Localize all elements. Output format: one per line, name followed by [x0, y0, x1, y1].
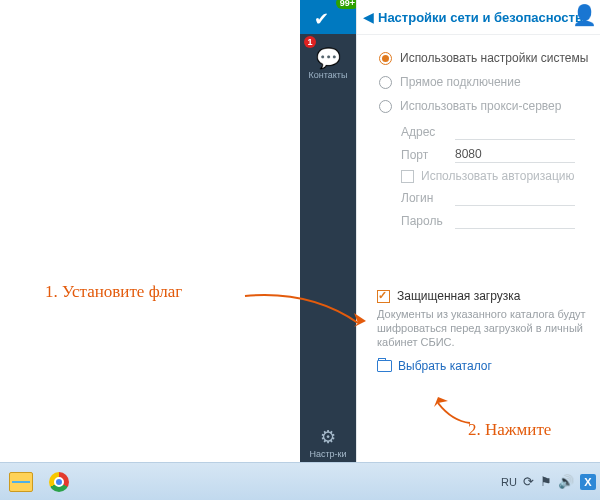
app-sidebar: ✔ 99+ 1 💬 Контакты ⚙ Настр-ки [300, 0, 356, 463]
sidebar-item-contacts[interactable]: 💬 Контакты [300, 48, 356, 80]
address-label: Адрес [401, 125, 455, 139]
checkbox-auth[interactable]: Использовать авторизацию [401, 169, 600, 183]
profile-icon[interactable]: 👤 [572, 3, 597, 27]
contacts-badge[interactable]: 1 [304, 36, 316, 48]
annotation-step-2: 2. Нажмите [468, 420, 551, 440]
option-direct[interactable]: Прямое подключение [379, 75, 600, 89]
row-port: Порт [401, 146, 600, 163]
checkbox-checked-icon [377, 290, 390, 303]
choose-folder-label: Выбрать каталог [398, 359, 492, 373]
panel-title: Настройки сети и безопасность [378, 10, 583, 25]
panel-header: ◀ Настройки сети и безопасность 👤 [357, 0, 600, 35]
gear-icon: ⚙ [300, 426, 356, 448]
sidebar-item-settings[interactable]: ⚙ Настр-ки [300, 426, 356, 459]
radio-icon [379, 76, 392, 89]
windows-taskbar: RU ⟳ ⚑ 🔊 X [0, 462, 600, 500]
option-use-system[interactable]: Использовать настройки системы [379, 51, 600, 65]
folder-icon [377, 360, 392, 372]
secure-label: Защищенная загрузка [397, 289, 520, 303]
checkbox-icon [401, 170, 414, 183]
contacts-label: Контакты [300, 70, 356, 80]
address-input[interactable] [455, 123, 575, 140]
radio-icon [379, 100, 392, 113]
system-tray: ⟳ ⚑ 🔊 X [523, 474, 596, 490]
option-label: Прямое подключение [400, 75, 521, 89]
tray-sound-icon[interactable]: 🔊 [558, 474, 574, 489]
row-address: Адрес [401, 123, 600, 140]
login-input[interactable] [455, 189, 575, 206]
password-label: Пароль [401, 214, 455, 228]
tray-sync-icon[interactable]: ⟳ [523, 474, 534, 489]
tray-app-icon[interactable]: X [580, 474, 596, 490]
connection-options: Использовать настройки системы Прямое по… [379, 51, 600, 113]
password-input[interactable] [455, 212, 575, 229]
row-login: Логин [401, 189, 600, 206]
language-indicator[interactable]: RU [501, 476, 517, 488]
auth-label: Использовать авторизацию [421, 169, 575, 183]
app-logo[interactable]: ✔ 99+ [300, 0, 356, 34]
option-label: Использовать настройки системы [400, 51, 588, 65]
row-password: Пароль [401, 212, 600, 229]
annotation-step-1: 1. Установите флаг [45, 282, 182, 302]
back-icon[interactable]: ◀ [361, 9, 376, 25]
radio-icon [379, 52, 392, 65]
option-proxy[interactable]: Использовать прокси-сервер [379, 99, 600, 113]
contacts-icon: 💬 [300, 48, 356, 68]
bird-icon: ✔ [314, 8, 329, 30]
port-input[interactable] [455, 146, 575, 163]
chrome-icon [49, 472, 69, 492]
settings-label: Настр-ки [300, 449, 356, 459]
taskbar-explorer[interactable] [4, 467, 38, 497]
tray-flag-icon[interactable]: ⚑ [540, 474, 552, 489]
explorer-icon [9, 472, 33, 492]
secure-description: Документы из указанного каталога будут ш… [377, 307, 600, 349]
settings-panel: ◀ Настройки сети и безопасность 👤 Исполь… [356, 0, 600, 463]
checkbox-secure-upload[interactable]: Защищенная загрузка [377, 289, 600, 303]
option-label: Использовать прокси-сервер [400, 99, 561, 113]
taskbar-chrome[interactable] [42, 467, 76, 497]
port-label: Порт [401, 148, 455, 162]
choose-folder-link[interactable]: Выбрать каталог [377, 359, 600, 373]
login-label: Логин [401, 191, 455, 205]
